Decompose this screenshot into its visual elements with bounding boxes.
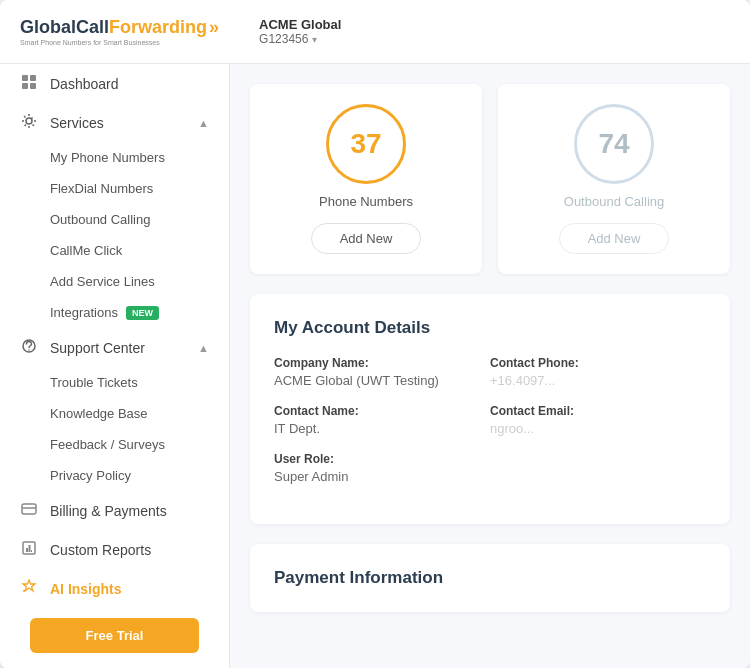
app-wrapper: GlobalCallForwarding» Smart Phone Number… [0,0,750,668]
ai-label: AI Insights [50,581,122,597]
payment-card: Payment Information [250,544,730,612]
svg-rect-3 [30,83,36,89]
svg-rect-0 [22,75,28,81]
feedback-label: Feedback / Surveys [50,437,165,452]
contact-email-label: Contact Email: [490,404,706,418]
account-left-col: Company Name: ACME Global (UWT Testing) … [274,356,490,500]
support-label: Support Center [50,340,145,356]
header-company-name: ACME Global [259,17,341,32]
contact-email-value: ngroo... [490,421,706,436]
privacy-label: Privacy Policy [50,468,131,483]
logo-tagline: Smart Phone Numbers for Smart Businesses [20,39,219,46]
outbound-circle: 74 [574,104,654,184]
phone-numbers-label: Phone Numbers [319,194,413,209]
svg-rect-2 [22,83,28,89]
sidebar-item-outbound[interactable]: Outbound Calling [0,204,229,235]
integrations-badge: NEW [126,306,159,320]
user-role-field: User Role: Super Admin [274,452,490,484]
services-icon [20,113,38,132]
sidebar-item-flexdial[interactable]: FlexDial Numbers [0,173,229,204]
company-name-value: ACME Global (UWT Testing) [274,373,490,388]
outbound-label: Outbound Calling [564,194,664,209]
reports-icon [20,540,38,559]
outbound-add-button: Add New [559,223,670,254]
flexdial-label: FlexDial Numbers [50,181,153,196]
user-role-label: User Role: [274,452,490,466]
sidebar-item-my-phone-numbers[interactable]: My Phone Numbers [0,142,229,173]
stat-card-phone-numbers: 37 Phone Numbers Add New [250,84,482,274]
payment-title: Payment Information [274,568,706,588]
sidebar-item-integrations[interactable]: Integrations NEW [0,297,229,328]
company-name-field: Company Name: ACME Global (UWT Testing) [274,356,490,388]
outbound-label: Outbound Calling [50,212,150,227]
account-details-title: My Account Details [274,318,706,338]
sidebar-item-reports[interactable]: Custom Reports [0,530,229,569]
outbound-value: 74 [598,128,629,160]
stats-row: 37 Phone Numbers Add New 74 Outbound Cal… [250,84,730,274]
sidebar-item-callme[interactable]: CallMe Click [0,235,229,266]
main-content: 37 Phone Numbers Add New 74 Outbound Cal… [230,64,750,668]
company-name-label: Company Name: [274,356,490,370]
sidebar-item-privacy[interactable]: Privacy Policy [0,460,229,491]
ai-icon [20,579,38,598]
contact-phone-field: Contact Phone: +16.4097... [490,356,706,388]
stat-card-outbound: 74 Outbound Calling Add New [498,84,730,274]
svg-rect-1 [30,75,36,81]
logo-arrows: » [209,17,219,37]
user-role-value: Super Admin [274,469,490,484]
add-service-label: Add Service Lines [50,274,155,289]
logo-call: Call [76,17,109,37]
services-label: Services [50,115,104,131]
billing-label: Billing & Payments [50,503,167,519]
svg-point-5 [28,349,30,351]
sidebar-item-dashboard[interactable]: Dashboard [0,64,229,103]
services-chevron: ▲ [198,117,209,129]
header-account-dropdown[interactable]: G123456 ▾ [259,32,341,46]
sidebar-section-services[interactable]: Services ▲ [0,103,229,142]
contact-name-label: Contact Name: [274,404,490,418]
svg-rect-6 [22,504,36,514]
account-dropdown-arrow: ▾ [312,34,317,45]
dashboard-icon [20,74,38,93]
callme-label: CallMe Click [50,243,122,258]
my-phone-numbers-label: My Phone Numbers [50,150,165,165]
svg-point-4 [26,118,32,124]
account-right-col: Contact Phone: +16.4097... Contact Email… [490,356,706,500]
contact-email-field: Contact Email: ngroo... [490,404,706,436]
phone-numbers-circle: 37 [326,104,406,184]
sidebar-item-add-service[interactable]: Add Service Lines [0,266,229,297]
sidebar-section-support[interactable]: Support Center ▲ [0,328,229,367]
dashboard-label: Dashboard [50,76,119,92]
svg-point-8 [23,590,25,592]
sidebar-item-ai[interactable]: AI Insights [0,569,229,608]
logo-global: Global [20,17,76,37]
sidebar-item-knowledge[interactable]: Knowledge Base [0,398,229,429]
billing-icon [20,501,38,520]
phone-numbers-value: 37 [350,128,381,160]
phone-numbers-add-button[interactable]: Add New [311,223,422,254]
tickets-label: Trouble Tickets [50,375,138,390]
layout: Dashboard Services ▲ My Phone Numbers Fl… [0,64,750,668]
account-details-card: My Account Details Company Name: ACME Gl… [250,294,730,524]
support-chevron: ▲ [198,342,209,354]
contact-name-field: Contact Name: IT Dept. [274,404,490,436]
sidebar: Dashboard Services ▲ My Phone Numbers Fl… [0,64,230,668]
logo-forwarding: Forwarding [109,17,207,37]
support-icon [20,338,38,357]
knowledge-label: Knowledge Base [50,406,148,421]
header: GlobalCallForwarding» Smart Phone Number… [0,0,750,64]
sidebar-item-tickets[interactable]: Trouble Tickets [0,367,229,398]
free-trial-banner[interactable]: Free Trial [30,618,199,653]
contact-phone-value: +16.4097... [490,373,706,388]
integrations-label: Integrations [50,305,118,320]
account-details-grid: Company Name: ACME Global (UWT Testing) … [274,356,706,500]
account-id-text: G123456 [259,32,308,46]
sidebar-item-feedback[interactable]: Feedback / Surveys [0,429,229,460]
reports-label: Custom Reports [50,542,151,558]
contact-name-value: IT Dept. [274,421,490,436]
logo: GlobalCallForwarding» Smart Phone Number… [20,18,219,46]
header-account: ACME Global G123456 ▾ [259,17,341,46]
sidebar-item-billing[interactable]: Billing & Payments [0,491,229,530]
contact-phone-label: Contact Phone: [490,356,706,370]
free-trial-label: Free Trial [86,628,144,643]
